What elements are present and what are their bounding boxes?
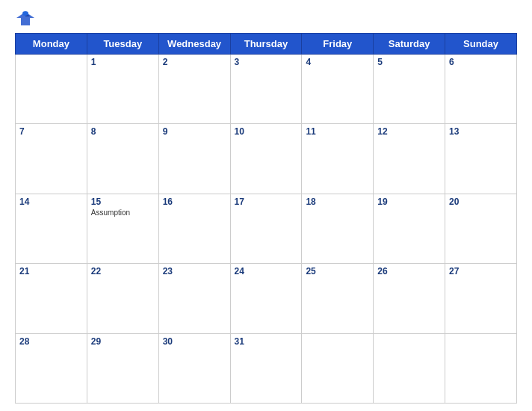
calendar-table: MondayTuesdayWednesdayThursdayFridaySatu… [15, 33, 517, 404]
calendar-cell: 29 [87, 333, 158, 403]
calendar-cell: 12 [374, 124, 445, 194]
date-number: 4 [306, 57, 369, 67]
calendar-cell: 30 [158, 333, 230, 403]
date-number: 8 [91, 126, 155, 137]
date-number: 11 [306, 126, 369, 137]
calendar-cell: 28 [16, 333, 87, 403]
calendar-cell: 27 [445, 264, 517, 333]
calendar-cell: 2 [158, 55, 230, 124]
date-number: 29 [91, 336, 155, 347]
day-headers-row: MondayTuesdayWednesdayThursdayFridaySatu… [16, 34, 517, 55]
day-header-saturday: Saturday [374, 34, 445, 55]
calendar-cell: 13 [445, 124, 517, 194]
calendar-cell: 11 [302, 124, 374, 194]
date-number: 12 [377, 126, 441, 137]
date-number: 6 [449, 57, 513, 67]
calendar-cell: 5 [374, 55, 445, 124]
date-number: 19 [377, 197, 441, 207]
date-number: 25 [306, 266, 369, 276]
holiday-label: Assumption [91, 208, 155, 217]
logo-bird-icon [15, 10, 36, 27]
date-number: 28 [19, 336, 83, 347]
calendar-cell [302, 333, 374, 403]
date-number: 22 [91, 266, 155, 276]
date-number: 15 [91, 197, 155, 207]
week-row-3: 1415Assumption1617181920 [16, 194, 517, 263]
week-row-1: 123456 [16, 55, 517, 124]
calendar-cell: 3 [230, 55, 302, 124]
date-number: 18 [306, 197, 369, 207]
calendar-cell: 20 [445, 194, 517, 263]
calendar-cell: 21 [16, 264, 87, 333]
week-row-4: 21222324252627 [16, 264, 517, 333]
calendar-cell: 16 [158, 194, 230, 263]
day-header-sunday: Sunday [445, 34, 517, 55]
day-header-monday: Monday [16, 34, 87, 55]
date-number: 30 [163, 336, 226, 347]
calendar-cell: 24 [230, 264, 302, 333]
calendar-cell: 17 [230, 194, 302, 263]
calendar-cell: 14 [16, 194, 87, 263]
calendar-cell: 23 [158, 264, 230, 333]
date-number: 27 [449, 266, 513, 276]
calendar-cell [374, 333, 445, 403]
calendar-cell: 9 [158, 124, 230, 194]
date-number: 10 [235, 126, 298, 137]
calendar-cell: 19 [374, 194, 445, 263]
date-number: 20 [449, 197, 513, 207]
calendar-cell [445, 333, 517, 403]
calendar-cell: 25 [302, 264, 374, 333]
calendar-cell: 31 [230, 333, 302, 403]
calendar-header [15, 7, 517, 30]
logo [15, 10, 39, 27]
day-header-thursday: Thursday [230, 34, 302, 55]
date-number: 17 [235, 197, 298, 207]
date-number: 1 [91, 57, 155, 67]
calendar-cell: 15Assumption [87, 194, 158, 263]
calendar-cell: 4 [302, 55, 374, 124]
calendar-cell: 10 [230, 124, 302, 194]
date-number: 13 [449, 126, 513, 137]
calendar-cell [16, 55, 87, 124]
date-number: 21 [19, 266, 83, 276]
day-header-friday: Friday [302, 34, 374, 55]
week-row-5: 28293031 [16, 333, 517, 403]
calendar-cell: 26 [374, 264, 445, 333]
day-header-wednesday: Wednesday [158, 34, 230, 55]
date-number: 26 [377, 266, 441, 276]
calendar-cell: 18 [302, 194, 374, 263]
date-number: 9 [163, 126, 226, 137]
date-number: 16 [163, 197, 226, 207]
calendar-cell: 6 [445, 55, 517, 124]
week-row-2: 78910111213 [16, 124, 517, 194]
date-number: 7 [19, 126, 83, 137]
date-number: 3 [235, 57, 298, 67]
calendar-cell: 8 [87, 124, 158, 194]
svg-point-2 [22, 11, 28, 16]
date-number: 24 [235, 266, 298, 276]
date-number: 2 [163, 57, 226, 67]
date-number: 14 [19, 197, 83, 207]
day-header-tuesday: Tuesday [87, 34, 158, 55]
date-number: 5 [377, 57, 441, 67]
date-number: 23 [163, 266, 226, 276]
calendar-cell: 1 [87, 55, 158, 124]
date-number: 31 [235, 336, 298, 347]
calendar-cell: 22 [87, 264, 158, 333]
calendar-cell: 7 [16, 124, 87, 194]
